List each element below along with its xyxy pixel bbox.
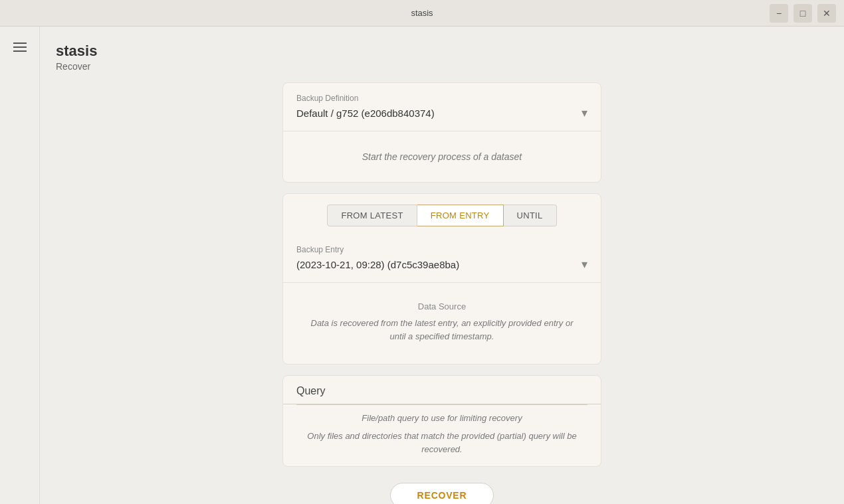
main-content: stasis Recover Backup Definition Default… [40,27,844,504]
hamburger-line-1 [13,42,27,44]
title-bar: stasis − □ ✕ [0,0,844,27]
minimize-button[interactable]: − [770,4,788,23]
app-subtitle: Recover [56,61,828,72]
backup-definition-dropdown-icon[interactable]: ▾ [581,106,587,120]
backup-entry-section: Backup Entry (2023-10-21, 09:28) (d7c5c3… [283,234,601,282]
window-controls: − □ ✕ [770,4,836,23]
backup-entry-value: (2023-10-21, 09:28) (d7c5c39ae8ba) [296,259,459,270]
maximize-button[interactable]: □ [793,4,812,23]
query-title: Query [283,376,601,404]
query-card: Query File/path query to use for limitin… [282,375,601,467]
title-bar-title: stasis [411,8,433,18]
backup-definition-description: Start the recovery process of a dataset [296,142,587,171]
content-area: Backup Definition Default / g752 (e206db… [282,82,601,504]
backup-entry-dropdown-icon[interactable]: ▾ [581,257,587,272]
backup-definition-label: Backup Definition [296,94,587,103]
backup-entry-label: Backup Entry [296,245,587,254]
tab-from-entry[interactable]: FROM ENTRY [417,205,504,226]
backup-entry-row: (2023-10-21, 09:28) (d7c5c39ae8ba) ▾ [296,257,587,272]
tab-until[interactable]: UNTIL [504,205,557,226]
query-note: Only files and directories that match th… [283,427,601,466]
data-source-label: Data Source [296,294,587,314]
data-source-description: Data is recovered from the latest entry,… [296,314,587,353]
hamburger-line-2 [13,46,27,48]
hamburger-line-3 [13,50,27,52]
menu-button[interactable] [8,37,32,57]
query-description: File/path query to use for limiting reco… [283,405,601,427]
backup-definition-card: Backup Definition Default / g752 (e206db… [282,82,601,183]
tab-from-latest[interactable]: FROM LATEST [327,205,417,226]
app-header: stasis Recover [56,37,828,82]
data-source-info-section: Data Source Data is recovered from the l… [283,282,601,364]
recover-btn-container: RECOVER [282,477,601,504]
backup-definition-row: Default / g752 (e206db840374) ▾ [296,106,587,120]
app-name: stasis [56,42,828,60]
sidebar [0,27,40,504]
recover-button[interactable]: RECOVER [390,483,494,504]
backup-definition-description-section: Start the recovery process of a dataset [283,131,601,182]
tabs-container: FROM LATEST FROM ENTRY UNTIL [283,194,601,234]
backup-definition-section: Backup Definition Default / g752 (e206db… [283,83,601,131]
close-button[interactable]: ✕ [817,4,836,23]
backup-definition-value: Default / g752 (e206db840374) [296,108,435,119]
app-layout: stasis Recover Backup Definition Default… [0,27,844,504]
data-source-card: FROM LATEST FROM ENTRY UNTIL Backup Entr… [282,193,601,365]
